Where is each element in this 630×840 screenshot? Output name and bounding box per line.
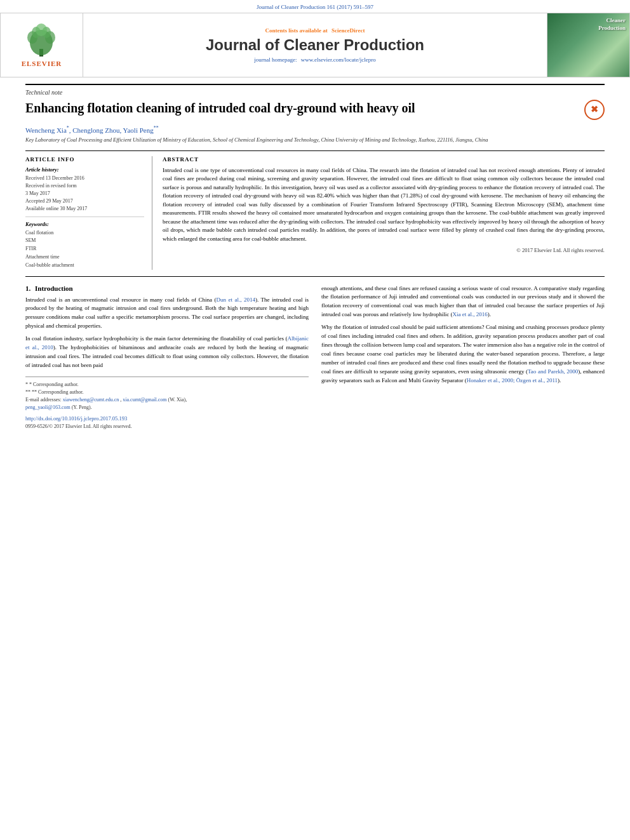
- homepage-url: www.elsevier.com/locate/jclepro: [301, 57, 376, 63]
- article-info-abstract: ARTICLE INFO Article history: Received 1…: [25, 150, 605, 270]
- history-online: Available online 30 May 2017: [25, 205, 144, 213]
- intro-section-title: 1. Introduction: [25, 284, 309, 292]
- intro-title: Introduction: [35, 284, 73, 292]
- ref-xia-2016[interactable]: Xia et al., 2016: [452, 311, 487, 317]
- elsevier-logo: ELSEVIER: [22, 23, 62, 67]
- crossmark-icon: ✖: [584, 100, 605, 120]
- ref-dun[interactable]: Dun et al., 2014: [216, 297, 255, 303]
- journal-header-center: Contents lists available at ScienceDirec…: [83, 21, 547, 69]
- ref-albijanic[interactable]: Albijanic et al., 2010: [25, 335, 309, 350]
- article-info-column: ARTICLE INFO Article history: Received 1…: [25, 156, 152, 270]
- intro-para-2: In coal flotation industry, surface hydr…: [25, 335, 309, 370]
- elsevier-tree-icon: [22, 23, 60, 58]
- logo-line-1: Cleaner: [607, 17, 626, 25]
- logo-line-2: Production: [598, 25, 626, 32]
- contents-label: Contents lists available at: [265, 27, 328, 34]
- footnote-text-1: * Corresponding author.: [29, 382, 79, 387]
- keyword-3: FTIR: [25, 245, 144, 253]
- main-content: Technical note Enhancing flotation clean…: [0, 77, 630, 436]
- keyword-4: Attachment time: [25, 253, 144, 262]
- email-label: E-mail addresses:: [25, 397, 62, 403]
- cleaner-production-logo: Cleaner Production: [547, 13, 629, 77]
- history-revised-date: 3 May 2017: [25, 190, 144, 197]
- history-label: Article history:: [25, 166, 144, 173]
- article-title-text: Enhancing flotation cleaning of intruded…: [25, 100, 578, 116]
- doi-link[interactable]: http://dx.doi.org/10.1016/j.jclepro.2017…: [25, 415, 127, 422]
- footnote-text-2: ** Corresponding author.: [32, 389, 84, 395]
- copyright-line: © 2017 Elsevier Ltd. All rights reserved…: [163, 247, 605, 253]
- doi-line: http://dx.doi.org/10.1016/j.jclepro.2017…: [25, 415, 309, 422]
- abstract-column: ABSTRACT Intruded coal is one type of un…: [163, 156, 605, 270]
- affiliation: Key Laboratory of Coal Processing and Ef…: [25, 137, 605, 144]
- science-direct-brand: ScienceDirect: [332, 27, 365, 34]
- journal-header: ELSEVIER Contents lists available at Sci…: [0, 13, 630, 77]
- history-accepted: Accepted 29 May 2017: [25, 197, 144, 205]
- keywords-label: Keywords:: [25, 221, 144, 227]
- page: Journal of Cleaner Production 161 (2017)…: [0, 0, 630, 436]
- intro-para-1: Intruded coal is an unconventional coal …: [25, 296, 309, 331]
- body-content: 1. Introduction Intruded coal is an unco…: [25, 276, 605, 430]
- keyword-2: SEM: [25, 237, 144, 245]
- email-2[interactable]: xia.cumt@gmail.com: [123, 397, 166, 403]
- divider-1: [25, 217, 144, 217]
- footnote-2: ** ** Corresponding author.: [25, 389, 309, 396]
- ref-honaker[interactable]: Honaker et al., 2000; Özgen et al., 2011: [467, 377, 558, 383]
- body-left-col: 1. Introduction Intruded coal is an unco…: [25, 284, 309, 430]
- article-info-heading: ARTICLE INFO: [25, 156, 144, 163]
- body-two-col: 1. Introduction Intruded coal is an unco…: [25, 284, 605, 430]
- journal-homepage: journal homepage: www.elsevier.com/locat…: [83, 57, 547, 63]
- footnote-star-2: **: [25, 389, 32, 395]
- right-para-2: Why the flotation of intruded coal shoul…: [321, 323, 605, 385]
- email-name-2: (Y. Peng).: [72, 404, 92, 410]
- email-3[interactable]: peng_yaoli@163.com: [25, 404, 70, 410]
- technical-note: Technical note: [25, 84, 605, 96]
- top-bar: Journal of Cleaner Production 161 (2017)…: [0, 0, 630, 13]
- journal-logo-right: Cleaner Production: [547, 13, 629, 77]
- footnotes: * * Corresponding author. ** ** Correspo…: [25, 377, 309, 411]
- keyword-5: Coal-bubble attachment: [25, 262, 144, 270]
- author-xia: Wencheng Xia: [25, 126, 67, 134]
- history-received: Received 13 December 2016: [25, 175, 144, 182]
- ref-tao[interactable]: Tao and Parekh, 2000: [528, 368, 578, 375]
- svg-point-6: [36, 23, 47, 36]
- elsevier-text: ELSEVIER: [22, 60, 62, 67]
- article-title-row: Enhancing flotation cleaning of intruded…: [25, 100, 605, 120]
- body-right-col: enough attentions, and these coal fines …: [321, 284, 605, 430]
- email-1[interactable]: xiawencheng@cumt.edu.cn: [63, 397, 119, 403]
- abstract-heading: ABSTRACT: [163, 156, 605, 163]
- footnote-email: E-mail addresses: xiawencheng@cumt.edu.c…: [25, 396, 309, 411]
- email-name-1: (W. Xia),: [168, 397, 187, 403]
- elsevier-logo-section: ELSEVIER: [1, 13, 83, 77]
- science-direct-line: Contents lists available at ScienceDirec…: [83, 27, 547, 34]
- right-para-1: enough attentions, and these coal fines …: [321, 284, 605, 320]
- authors-line: Wencheng Xia*, Chenglong Zhou, Yaoli Pen…: [25, 125, 605, 134]
- issn-line: 0959-6526/© 2017 Elsevier Ltd. All right…: [25, 423, 309, 429]
- history-revised-label: Received in revised form: [25, 182, 144, 190]
- journal-title: Journal of Cleaner Production: [83, 36, 547, 54]
- journal-citation: Journal of Cleaner Production 161 (2017)…: [257, 4, 373, 10]
- abstract-text: Intruded coal is one type of unconventio…: [163, 166, 605, 244]
- footnote-1: * * Corresponding author.: [25, 381, 309, 389]
- homepage-label: journal homepage:: [254, 57, 297, 63]
- keyword-1: Coal flotation: [25, 229, 144, 237]
- intro-number: 1.: [25, 284, 30, 292]
